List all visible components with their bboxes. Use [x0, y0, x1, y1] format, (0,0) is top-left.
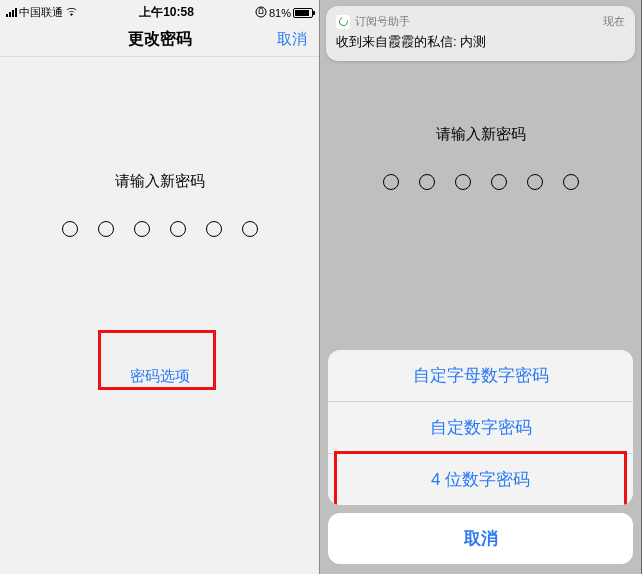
- page-title: 更改密码: [128, 29, 192, 50]
- notification-app-name: 订阅号助手: [355, 14, 410, 29]
- clock-label: 上午10:58: [139, 4, 194, 21]
- sheet-option-4digit[interactable]: 4 位数字密码: [328, 453, 633, 505]
- signal-bars-icon: [6, 8, 17, 17]
- sheet-option-alphanumeric[interactable]: 自定字母数字密码: [328, 350, 633, 401]
- notification-time: 现在: [603, 14, 625, 29]
- annotation-highlight: [334, 451, 627, 505]
- passcode-dot: [563, 174, 579, 190]
- passcode-dot: [98, 221, 114, 237]
- passcode-dot: [383, 174, 399, 190]
- action-sheet-group: 自定字母数字密码 自定数字密码 4 位数字密码: [328, 350, 633, 505]
- nav-cancel-button[interactable]: 取消: [277, 30, 307, 49]
- svg-point-0: [256, 7, 266, 17]
- passcode-dot: [170, 221, 186, 237]
- battery-percent: 81%: [269, 7, 291, 19]
- sheet-option-custom-numeric[interactable]: 自定数字密码: [328, 401, 633, 453]
- passcode-prompt: 请输入新密码: [0, 172, 319, 191]
- wifi-icon: [65, 7, 78, 19]
- passcode-dots: [320, 174, 641, 190]
- passcode-dot: [491, 174, 507, 190]
- annotation-highlight: [98, 330, 216, 390]
- orientation-lock-icon: [255, 6, 267, 20]
- passcode-dot: [206, 221, 222, 237]
- passcode-dots: [0, 221, 319, 237]
- phone-right: 订阅号助手 现在 收到来自霞霞的私信: 内测 请输入新密码 密码选项 自定字母数…: [320, 0, 641, 574]
- passcode-dot: [242, 221, 258, 237]
- status-bar: 中国联通 上午10:58 81%: [0, 0, 319, 23]
- passcode-dot: [455, 174, 471, 190]
- battery-icon: [293, 8, 313, 18]
- nav-header: 更改密码 取消: [0, 23, 319, 57]
- passcode-dot: [419, 174, 435, 190]
- passcode-prompt: 请输入新密码: [320, 125, 641, 144]
- passcode-dot: [527, 174, 543, 190]
- passcode-dot: [134, 221, 150, 237]
- app-icon: [336, 15, 350, 29]
- passcode-dot: [62, 221, 78, 237]
- sheet-cancel-button[interactable]: 取消: [328, 513, 633, 564]
- carrier-label: 中国联通: [19, 5, 63, 20]
- phone-left: 中国联通 上午10:58 81% 更改密码 取消 请输入新密码 密码选项: [0, 0, 320, 574]
- action-sheet: 自定字母数字密码 自定数字密码 4 位数字密码 取消: [328, 350, 633, 564]
- notification-message: 收到来自霞霞的私信: 内测: [336, 33, 625, 51]
- notification-banner[interactable]: 订阅号助手 现在 收到来自霞霞的私信: 内测: [326, 6, 635, 61]
